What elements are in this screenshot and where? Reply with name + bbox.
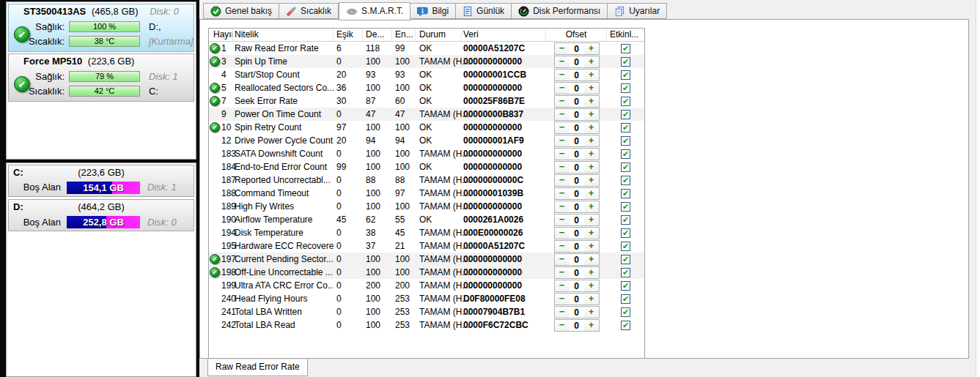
offset-decrease-button[interactable]: −: [554, 174, 570, 187]
tab-smart[interactable]: S.M.A.R.T.: [339, 2, 410, 20]
column-header[interactable]: De...: [363, 29, 392, 41]
disk-card-st3500413as[interactable]: ST3500413AS (465,8 GB) Disk: 0 ✔ Sağlık:…: [8, 4, 194, 52]
table-row[interactable]: 195Hardware ECC Recovered03721TAMAM (H..…: [209, 239, 644, 253]
enabled-checkbox[interactable]: ✔: [621, 97, 630, 106]
enabled-checkbox[interactable]: ✔: [621, 70, 630, 80]
offset-decrease-button[interactable]: −: [554, 42, 570, 55]
offset-increase-button[interactable]: +: [584, 69, 600, 81]
table-row[interactable]: ✔1Raw Read Error Rate611899OK00000A51207…: [209, 42, 644, 55]
tab-genel-bakis[interactable]: Genel bakış: [203, 3, 279, 19]
table-row[interactable]: ✔10Spin Retry Count97100100OK00000000000…: [209, 121, 644, 134]
column-header[interactable]: En...: [392, 29, 416, 41]
column-header[interactable]: Ofset: [546, 29, 607, 41]
table-row[interactable]: ✔198Off-Line Uncorrectable ...0100100TAM…: [209, 266, 644, 279]
offset-increase-button[interactable]: +: [584, 214, 600, 226]
enabled-checkbox[interactable]: ✔: [621, 228, 630, 238]
partition-card-c[interactable]: C: (223,6 GB) Boş Alan 154,1 GB Disk: 1: [8, 165, 194, 197]
offset-increase-button[interactable]: +: [584, 240, 600, 253]
enabled-checkbox[interactable]: ✔: [621, 242, 630, 251]
enabled-checkbox[interactable]: ✔: [621, 136, 630, 146]
column-header[interactable]: Veri: [462, 29, 546, 41]
partition-card-d[interactable]: D: (464,2 GB) Boş Alan 252,8 GB Disk: 0: [8, 199, 194, 231]
offset-increase-button[interactable]: +: [584, 227, 600, 239]
offset-increase-button[interactable]: +: [584, 266, 600, 279]
enabled-checkbox[interactable]: ✔: [621, 268, 630, 277]
offset-increase-button[interactable]: +: [584, 306, 600, 318]
offset-increase-button[interactable]: +: [584, 253, 600, 266]
offset-increase-button[interactable]: +: [584, 319, 600, 332]
enabled-checkbox[interactable]: ✔: [621, 307, 630, 317]
offset-decrease-button[interactable]: −: [554, 148, 570, 160]
attribute-graph-tab[interactable]: Raw Read Error Rate: [207, 359, 308, 376]
table-row[interactable]: 9Power On Time Count04747TAMAM (H...0000…: [209, 108, 644, 121]
tab-uyarilar[interactable]: Uyarılar: [608, 3, 667, 19]
offset-decrease-button[interactable]: −: [554, 95, 570, 108]
offset-increase-button[interactable]: +: [584, 293, 600, 305]
offset-increase-button[interactable]: +: [584, 280, 600, 292]
table-row[interactable]: 187Reported Uncorrectabl...08888TAMAM (H…: [209, 173, 644, 187]
offset-decrease-button[interactable]: −: [554, 319, 570, 332]
enabled-checkbox[interactable]: ✔: [621, 44, 630, 53]
enabled-checkbox[interactable]: ✔: [621, 83, 630, 93]
table-row[interactable]: 4Start/Stop Count209393OK000000001CCB−0+…: [209, 68, 644, 81]
offset-increase-button[interactable]: +: [584, 122, 600, 134]
enabled-checkbox[interactable]: ✔: [621, 255, 630, 264]
table-row[interactable]: 12Drive Power Cycle Count209494OK0000000…: [209, 134, 644, 147]
offset-increase-button[interactable]: +: [584, 161, 600, 173]
table-row[interactable]: 184End-to-End Error Count99100100OK00000…: [209, 160, 644, 173]
offset-increase-button[interactable]: +: [584, 174, 600, 187]
offset-decrease-button[interactable]: −: [554, 108, 570, 121]
offset-decrease-button[interactable]: −: [554, 214, 570, 226]
tab-sicaklik[interactable]: Sıcaklık: [279, 3, 339, 19]
offset-increase-button[interactable]: +: [584, 148, 600, 160]
column-header[interactable]: Hayır.: [209, 29, 233, 41]
enabled-checkbox[interactable]: ✔: [621, 281, 630, 291]
enabled-checkbox[interactable]: ✔: [621, 189, 630, 198]
column-header[interactable]: Durum: [416, 29, 462, 41]
offset-decrease-button[interactable]: −: [554, 82, 570, 94]
offset-decrease-button[interactable]: −: [554, 187, 570, 200]
table-row[interactable]: 183SATA Downshift Count0100100TAMAM (H..…: [209, 147, 644, 160]
table-row[interactable]: 188Command Timeout010097TAMAM (H...00000…: [209, 187, 644, 200]
enabled-checkbox[interactable]: ✔: [621, 57, 630, 67]
table-row[interactable]: 241Total LBA Written0100253TAMAM (H...00…: [209, 305, 644, 318]
table-row[interactable]: 190Airflow Temperature456255OK0000261A00…: [209, 213, 644, 226]
table-row[interactable]: ✔5Reallocated Sectors Co...36100100OK000…: [209, 81, 644, 94]
enabled-checkbox[interactable]: ✔: [621, 215, 630, 225]
offset-decrease-button[interactable]: −: [554, 253, 570, 266]
tab-bilgi[interactable]: Bilgi: [410, 3, 456, 19]
table-row[interactable]: 194Disk Temperature03845TAMAM (H...000E0…: [209, 226, 644, 239]
enabled-checkbox[interactable]: ✔: [621, 202, 630, 212]
table-row[interactable]: 189High Fly Writes0100100TAMAM (H...0000…: [209, 200, 644, 213]
offset-decrease-button[interactable]: −: [554, 240, 570, 253]
tab-gunluk[interactable]: Günlük: [456, 3, 512, 19]
offset-decrease-button[interactable]: −: [554, 122, 570, 134]
tab-disk-performansi[interactable]: Disk Performansı: [512, 3, 608, 19]
table-row[interactable]: ✔7Seek Error Rate308760OK000025F86B7E−0+…: [209, 94, 644, 108]
column-header[interactable]: Etkinl...: [607, 29, 644, 41]
enabled-checkbox[interactable]: ✔: [621, 110, 630, 119]
enabled-checkbox[interactable]: ✔: [621, 163, 630, 172]
table-row[interactable]: 199Ultra ATA CRC Error Co...0200200TAMAM…: [209, 279, 644, 292]
offset-increase-button[interactable]: +: [584, 82, 600, 94]
enabled-checkbox[interactable]: ✔: [621, 294, 630, 304]
offset-decrease-button[interactable]: −: [554, 69, 570, 81]
offset-decrease-button[interactable]: −: [554, 293, 570, 305]
offset-decrease-button[interactable]: −: [554, 135, 570, 147]
offset-increase-button[interactable]: +: [584, 42, 600, 55]
offset-decrease-button[interactable]: −: [554, 227, 570, 239]
offset-increase-button[interactable]: +: [584, 108, 600, 121]
enabled-checkbox[interactable]: ✔: [621, 176, 630, 185]
column-header[interactable]: Eşik: [334, 29, 363, 41]
column-header[interactable]: Nitelik: [233, 29, 334, 41]
enabled-checkbox[interactable]: ✔: [621, 123, 630, 132]
offset-increase-button[interactable]: +: [584, 56, 600, 68]
offset-decrease-button[interactable]: −: [554, 306, 570, 318]
offset-decrease-button[interactable]: −: [554, 161, 570, 173]
offset-increase-button[interactable]: +: [584, 95, 600, 108]
table-row[interactable]: 240Head Flying Hours0100253TAMAM (H...D0…: [209, 292, 644, 305]
disk-card-force-mp510[interactable]: Force MP510 (223,6 GB) ✔ Sağlık: 79 % Di…: [8, 53, 194, 102]
offset-increase-button[interactable]: +: [584, 201, 600, 213]
offset-increase-button[interactable]: +: [584, 187, 600, 200]
enabled-checkbox[interactable]: ✔: [621, 149, 630, 159]
